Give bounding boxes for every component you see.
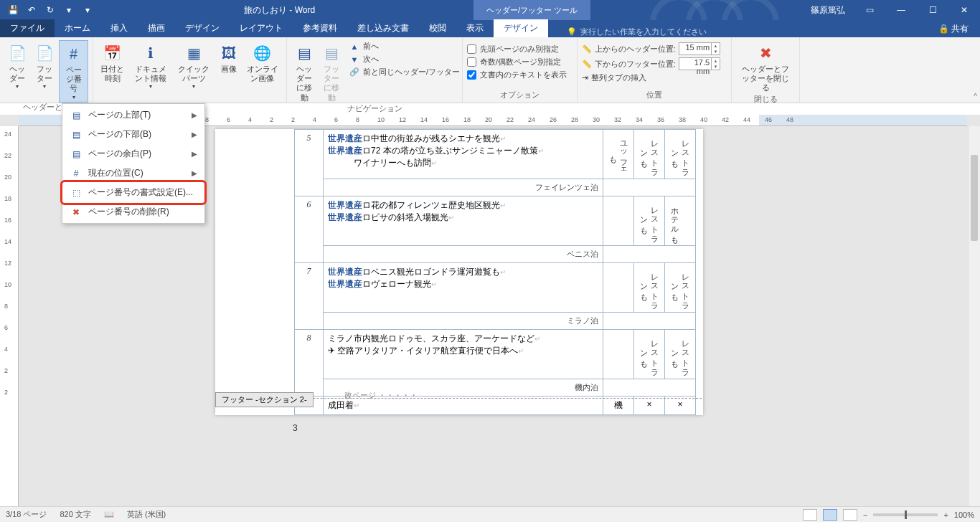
group-label-close: 閉じる <box>736 95 795 105</box>
menu-page-top[interactable]: ▤ページの上部(T)▶ <box>64 105 203 125</box>
redo-icon[interactable]: ↻ <box>42 2 59 18</box>
status-proof-icon[interactable]: 📖 <box>104 510 114 519</box>
menu-format-page-number[interactable]: ⬚ページ番号の書式設定(E)... <box>64 183 203 202</box>
scrollbar-vertical[interactable] <box>968 126 980 506</box>
ruler-vertical[interactable]: 242220181614121086422 <box>0 126 19 506</box>
zoom-slider[interactable] <box>873 513 938 516</box>
status-words[interactable]: 820 文字 <box>60 509 90 520</box>
footer-section-tag: フッター -セクション 2- <box>215 392 314 407</box>
tab-file[interactable]: ファイル <box>0 19 55 37</box>
online-picture-button[interactable]: 🌐オンライン画像 <box>243 40 282 85</box>
nav-same[interactable]: 🔗前と同じヘッダー/フッター <box>346 66 463 78</box>
contextual-tool-tab: ヘッダー/フッター ツール <box>473 0 590 20</box>
zoom-out-icon[interactable]: − <box>863 511 867 519</box>
collapse-ribbon-icon[interactable]: ^ <box>974 92 977 100</box>
menu-remove-page-number[interactable]: ✖ページ番号の削除(R) <box>64 202 203 222</box>
qat-custom-icon[interactable]: ▾ <box>79 2 96 18</box>
header-button[interactable]: 📄ヘッダー▾ <box>4 40 30 92</box>
close-hf-button[interactable]: ✖ヘッダーとフッターを閉じる <box>736 40 795 95</box>
quickparts-button[interactable]: ▦クイック パーツ▾ <box>174 40 214 92</box>
ribbon-options-icon[interactable]: ▭ <box>854 0 885 20</box>
window-title: 旅のしおり - Word <box>244 4 315 16</box>
save-icon[interactable]: 💾 <box>4 2 22 18</box>
user-name[interactable]: 篠原篤弘 <box>802 4 854 16</box>
tab-design[interactable]: デザイン <box>175 19 230 37</box>
page-number-button[interactable]: #ページ番号▾ <box>59 40 88 103</box>
footer-button[interactable]: 📄フッター▾ <box>32 40 57 92</box>
footer-page-number[interactable]: 3 <box>293 423 298 433</box>
menu-page-margin[interactable]: ▤ページの余白(P)▶ <box>64 144 203 163</box>
picture-button[interactable]: 🖼画像 <box>216 40 242 75</box>
tab-mailings[interactable]: 差し込み文書 <box>347 19 419 37</box>
menu-page-bottom[interactable]: ▤ページの下部(B)▶ <box>64 125 203 144</box>
minimize-icon[interactable]: — <box>885 0 917 20</box>
qat-more-icon[interactable]: ▾ <box>60 2 77 18</box>
tab-review[interactable]: 校閲 <box>419 19 456 37</box>
view-read-icon[interactable] <box>803 509 817 521</box>
opt-show-text[interactable]: 文書内のテキストを表示 <box>467 69 567 81</box>
tab-layout[interactable]: レイアウト <box>230 19 293 37</box>
nav-next[interactable]: ▼次へ <box>346 53 463 65</box>
maximize-icon[interactable]: ☐ <box>917 0 948 20</box>
close-icon[interactable]: ✕ <box>948 0 980 20</box>
view-print-icon[interactable] <box>823 509 837 521</box>
opt-first-page[interactable]: 先頭ページのみ別指定 <box>467 43 567 55</box>
tab-tool-design[interactable]: デザイン <box>494 19 548 37</box>
tab-references[interactable]: 参考資料 <box>293 19 347 37</box>
nav-prev[interactable]: ▲前へ <box>346 40 463 52</box>
group-label-opt: オプション <box>467 90 573 101</box>
goto-header-button[interactable]: ▤ヘッダーに移動 <box>291 40 317 104</box>
status-page[interactable]: 3/18 ページ <box>6 509 47 520</box>
zoom-in-icon[interactable]: + <box>943 511 948 519</box>
datetime-button[interactable]: 📅日付と時刻 <box>98 40 127 85</box>
goto-footer-button: ▤フッターに移動 <box>319 40 344 104</box>
header-pos-input[interactable]: 15 mm▲▼ <box>679 42 720 55</box>
footer-pos-input[interactable]: 17.5 mm▲▼ <box>679 57 720 70</box>
tell-me[interactable]: 実行したい作業を入力してください <box>567 27 707 37</box>
zoom-level[interactable]: 100% <box>954 511 974 519</box>
tab-draw[interactable]: 描画 <box>138 19 175 37</box>
tab-view[interactable]: 表示 <box>456 19 494 37</box>
document-page: 5 世界遺産ロ中世の街並みが残るシエナを観光↵世界遺産ロ72 本の塔が立ち並ぶサ… <box>215 129 703 415</box>
group-label-nav: ナビゲーション <box>291 104 458 114</box>
share-button[interactable]: 🔒 共有 <box>933 21 974 37</box>
opt-odd-even[interactable]: 奇数/偶数ページ別指定 <box>467 56 567 68</box>
itinerary-table: 5 世界遺産ロ中世の街並みが残るシエナを観光↵世界遺産ロ72 本の塔が立ち並ぶサ… <box>294 129 696 415</box>
group-label-pos: 位置 <box>582 90 727 101</box>
page-break-marker: 改ページ ・・・・・ <box>344 390 418 401</box>
status-lang[interactable]: 英語 (米国) <box>127 509 166 520</box>
docinfo-button[interactable]: ℹドキュメント情報▾ <box>128 40 172 92</box>
view-web-icon[interactable] <box>843 509 857 521</box>
undo-icon[interactable]: ↶ <box>23 2 40 18</box>
tab-insert[interactable]: 挿入 <box>100 19 138 37</box>
page-number-menu: ▤ページの上部(T)▶ ▤ページの下部(B)▶ ▤ページの余白(P)▶ #現在の… <box>62 103 205 224</box>
menu-current-pos[interactable]: #現在の位置(C)▶ <box>64 163 203 183</box>
tab-home[interactable]: ホーム <box>55 19 100 37</box>
